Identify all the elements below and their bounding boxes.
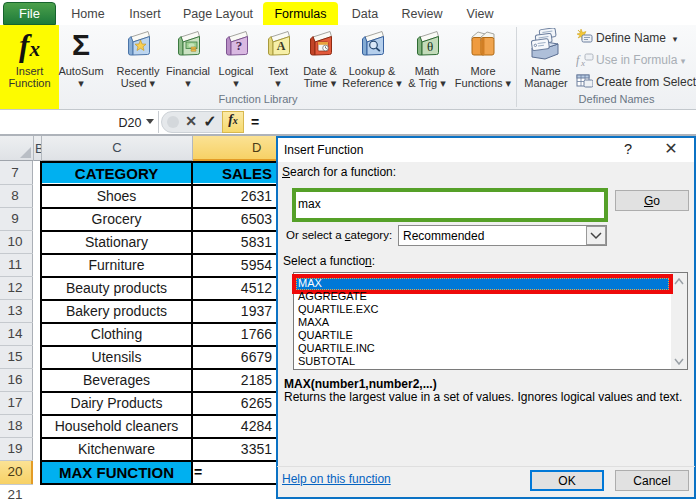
svg-text:A: A — [277, 39, 286, 53]
svg-text:θ: θ — [427, 39, 433, 54]
svg-text:x: x — [580, 58, 585, 67]
svg-text:?: ? — [236, 38, 243, 53]
